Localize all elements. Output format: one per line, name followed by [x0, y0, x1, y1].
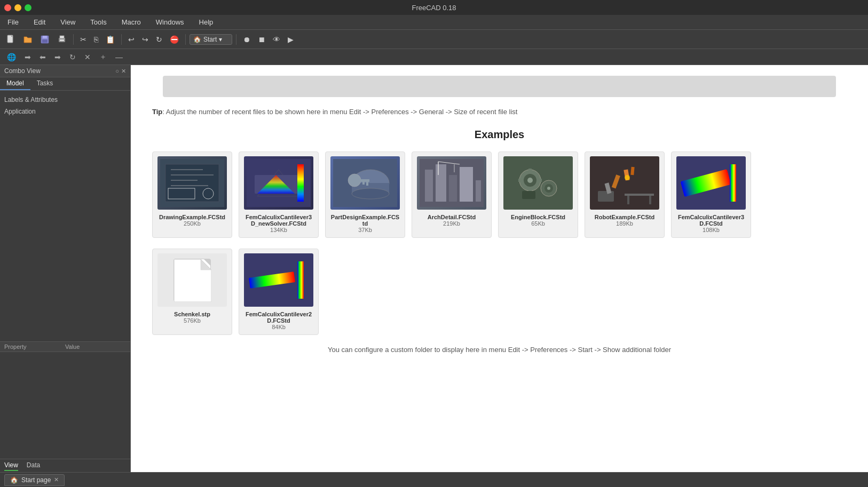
- example-engine[interactable]: EngineBlock.FCStd 65Kb: [498, 151, 578, 238]
- sidebar-tab-tasks[interactable]: Tasks: [30, 77, 60, 90]
- nav-add-button[interactable]: ＋: [97, 51, 109, 63]
- stop-button[interactable]: ⛔: [167, 34, 182, 45]
- svg-point-59: [625, 175, 630, 180]
- svg-rect-56: [625, 194, 654, 196]
- bottom-tabs: View Data: [0, 459, 130, 472]
- menu-macro[interactable]: Macro: [119, 17, 144, 27]
- svg-rect-32: [449, 175, 457, 202]
- menu-edit[interactable]: Edit: [30, 17, 49, 27]
- tip-label: Tip: [152, 108, 162, 116]
- combo-view-title: Combo View: [4, 67, 41, 75]
- record-macro-button[interactable]: ⏺: [240, 34, 253, 45]
- svg-rect-3: [43, 36, 47, 38]
- combo-close-button[interactable]: ✕: [121, 68, 126, 75]
- workbench-chevron-icon: ▾: [219, 36, 222, 43]
- example-fem3d-name: FemCalculixCantilever3D.FCStd: [676, 214, 746, 227]
- menu-bar: File Edit View Tools Macro Windows Help: [0, 15, 868, 30]
- nav-forward-button[interactable]: ➡: [22, 52, 34, 62]
- example-fem1-name: FemCalculixCantilever3D_newSolver.FCStd: [243, 214, 314, 227]
- workbench-label: Start: [203, 36, 217, 43]
- example-drawing[interactable]: DrawingExample.FCStd 250Kb: [152, 151, 232, 238]
- sidebar-item-application[interactable]: Application: [4, 106, 126, 117]
- example-robot[interactable]: RobotExample.FCStd 189Kb: [585, 151, 665, 238]
- svg-rect-58: [649, 196, 651, 204]
- tip-detail: : Adjust the number of recent files to b…: [162, 108, 517, 116]
- svg-rect-4: [42, 39, 48, 43]
- svg-marker-64: [201, 259, 211, 270]
- menu-help[interactable]: Help: [196, 17, 217, 27]
- start-page-icon: 🏠: [10, 476, 18, 484]
- toolbar-sep-2: [121, 34, 122, 45]
- tab-bar: 🏠 Start page ✕: [0, 472, 868, 487]
- undo-button[interactable]: ↩: [125, 34, 137, 45]
- schenkel-file-icon: [173, 259, 211, 301]
- svg-rect-19: [297, 164, 304, 202]
- example-arch[interactable]: ArchDetail.FCStd 219Kb: [412, 151, 492, 238]
- svg-rect-9: [165, 164, 219, 202]
- example-schenkel-name: Schenkel.stp: [174, 311, 210, 317]
- nav-minus-button[interactable]: —: [113, 52, 125, 62]
- print-button[interactable]: [54, 33, 69, 46]
- example-fem2d-size: 84Kb: [272, 324, 286, 330]
- workbench-dropdown[interactable]: 🏠 Start ▾: [190, 34, 232, 45]
- paste-button[interactable]: 📋: [103, 34, 117, 45]
- nav-next-button[interactable]: ➡: [52, 52, 64, 62]
- thumb-fem1-icon: [244, 156, 313, 210]
- example-part[interactable]: PartDesignExample.FCStd 37Kb: [325, 151, 405, 238]
- example-arch-name: ArchDetail.FCStd: [428, 214, 476, 220]
- tab-close-button[interactable]: ✕: [54, 476, 59, 483]
- start-page-tab[interactable]: 🏠 Start page ✕: [4, 474, 65, 486]
- nav-reload-button[interactable]: ↻: [67, 52, 78, 62]
- thumb-arch-icon: [417, 156, 486, 210]
- nav-stop-button[interactable]: ✕: [82, 52, 93, 62]
- minimize-button[interactable]: [14, 4, 21, 11]
- open-file-button[interactable]: [20, 33, 35, 46]
- bottom-tab-data[interactable]: Data: [27, 460, 40, 471]
- title-bar: FreeCAD 0.18: [0, 0, 868, 15]
- svg-rect-42: [528, 169, 532, 172]
- example-schenkel[interactable]: Schenkel.stp 576Kb: [152, 249, 232, 335]
- combo-float-button[interactable]: ○: [115, 68, 119, 75]
- property-col-property: Property: [4, 344, 65, 350]
- combo-header-buttons: ○ ✕: [115, 68, 126, 75]
- thumb-part-icon: [330, 156, 400, 210]
- example-part-size: 37Kb: [358, 227, 372, 233]
- recent-file-placeholder: [163, 76, 836, 97]
- redo-button[interactable]: ↪: [139, 34, 151, 45]
- main-toolbar: ✂ ⎘ 📋 ↩ ↪ ↻ ⛔ 🏠 Start ▾ ⏺ ⏹ 👁 ▶: [0, 30, 868, 49]
- menu-file[interactable]: File: [4, 17, 22, 27]
- thumb-schenkel-icon: [157, 253, 227, 307]
- combo-view-header: Combo View ○ ✕: [0, 65, 130, 77]
- play-button[interactable]: ▶: [285, 34, 296, 45]
- maximize-button[interactable]: [25, 4, 31, 11]
- sidebar-content: Labels & Attributes Application: [0, 91, 130, 341]
- example-drawing-name: DrawingExample.FCStd: [159, 214, 225, 220]
- close-button[interactable]: [4, 4, 11, 11]
- thumb-fem3d-icon: [676, 156, 746, 210]
- svg-rect-49: [522, 191, 535, 199]
- sidebar-tab-model[interactable]: Model: [0, 77, 30, 90]
- svg-point-24: [352, 188, 389, 199]
- example-fem1[interactable]: FemCalculixCantilever3D_newSolver.FCStd …: [239, 151, 319, 238]
- example-fem2d[interactable]: FemCalculixCantilever2D.FCStd 84Kb: [239, 249, 319, 335]
- copy-button[interactable]: ⎘: [91, 34, 101, 45]
- new-file-button[interactable]: [3, 33, 18, 46]
- example-fem1-size: 134Kb: [270, 227, 287, 233]
- refresh-button[interactable]: ↻: [153, 34, 165, 45]
- window-controls: [4, 4, 31, 11]
- nav-home-button[interactable]: 🌐: [4, 52, 19, 62]
- sidebar-item-labels[interactable]: Labels & Attributes: [4, 94, 126, 106]
- bottom-tab-view[interactable]: View: [4, 460, 18, 471]
- example-fem3d[interactable]: FemCalculixCantilever3D.FCStd 108Kb: [671, 151, 751, 238]
- save-file-button[interactable]: [37, 33, 52, 46]
- cut-button[interactable]: ✂: [77, 34, 89, 45]
- sidebar-bottom: Property Value: [0, 341, 130, 459]
- example-arch-size: 219Kb: [443, 220, 460, 227]
- menu-windows[interactable]: Windows: [153, 17, 187, 27]
- view-button[interactable]: 👁: [270, 34, 283, 45]
- menu-view[interactable]: View: [57, 17, 78, 27]
- example-robot-size: 189Kb: [616, 220, 633, 227]
- nav-back-button[interactable]: ⬅: [37, 52, 49, 62]
- menu-tools[interactable]: Tools: [87, 17, 109, 27]
- stop-macro-button[interactable]: ⏹: [255, 34, 268, 45]
